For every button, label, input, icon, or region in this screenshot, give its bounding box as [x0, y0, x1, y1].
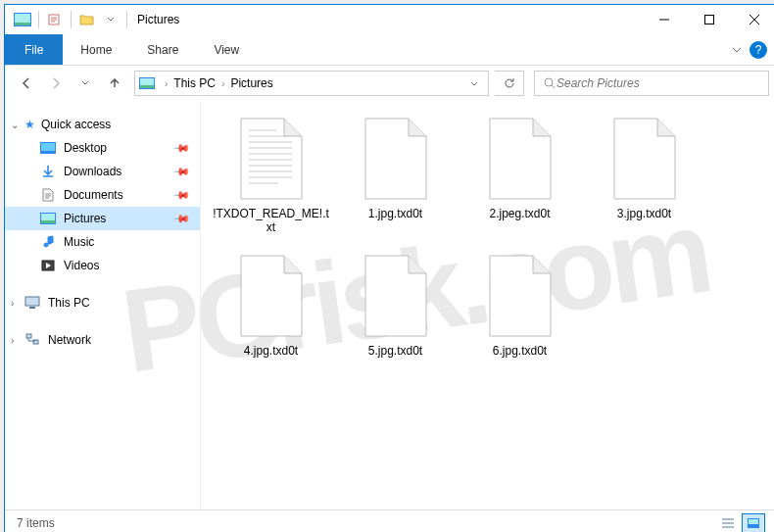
sidebar-item-downloads[interactable]: Downloads📌 [5, 160, 200, 183]
chevron-down-icon[interactable]: ⌄ [11, 120, 19, 130]
address-field[interactable]: › This PC › Pictures [134, 71, 489, 96]
sidebar-item-label: Pictures [64, 212, 106, 225]
file-item[interactable]: 4.jpg.txd0t [209, 246, 333, 383]
help-button[interactable]: ? [750, 41, 767, 59]
tab-home[interactable]: Home [63, 34, 129, 65]
downloads-icon [40, 164, 56, 179]
nav-label: Quick access [41, 118, 111, 131]
music-icon [40, 234, 56, 250]
minimize-button[interactable] [642, 5, 687, 34]
nav-label: Network [48, 333, 91, 347]
pictures-icon [40, 211, 56, 226]
sidebar-item-label: Documents [64, 188, 123, 202]
svg-rect-16 [29, 307, 35, 309]
file-grid[interactable]: !TXDOT_READ_ME!.txt1.jpg.txd0t2.jpeg.txd… [201, 101, 774, 509]
file-thumbnail [610, 117, 679, 201]
chevron-right-icon[interactable]: › [11, 298, 14, 309]
sidebar-item-desktop[interactable]: Desktop📌 [5, 136, 200, 160]
svg-rect-2 [15, 23, 30, 25]
file-thumbnail [362, 117, 430, 201]
nav-this-pc[interactable]: › This PC [5, 291, 200, 314]
qat-properties-icon[interactable] [45, 10, 65, 29]
pin-icon: 📌 [171, 209, 190, 227]
desktop-icon [40, 140, 56, 156]
address-bar: › This PC › Pictures [5, 66, 774, 101]
file-name: 1.jpg.txd0t [364, 207, 426, 220]
sidebar-item-pictures[interactable]: Pictures📌 [5, 207, 200, 230]
qat-dropdown-icon[interactable] [101, 10, 121, 29]
navigation-pane: ⌄ ★ Quick access Desktop📌Downloads📌Docum… [5, 101, 201, 509]
file-item[interactable]: 1.jpg.txd0t [333, 109, 458, 246]
qat-newfolder-icon[interactable] [77, 10, 97, 29]
file-thumbnail [237, 117, 306, 201]
svg-rect-6 [140, 78, 154, 85]
address-dropdown-icon[interactable] [464, 74, 484, 92]
file-item[interactable]: 6.jpg.txd0t [458, 246, 582, 383]
pin-icon: 📌 [171, 185, 190, 204]
item-count: 7 items [17, 516, 55, 530]
star-icon: ★ [24, 118, 35, 131]
pin-icon: 📌 [171, 138, 190, 157]
sidebar-item-videos[interactable]: Videos [5, 254, 200, 277]
pictures-breadcrumb-icon [139, 75, 155, 91]
recent-dropdown[interactable] [72, 70, 99, 97]
breadcrumb-thispc[interactable]: This PC [169, 76, 219, 90]
svg-rect-17 [26, 334, 31, 338]
maximize-button[interactable] [687, 5, 732, 34]
refresh-button[interactable] [495, 71, 524, 96]
svg-rect-15 [25, 297, 39, 306]
file-name: 4.jpg.txd0t [240, 344, 302, 358]
file-thumbnail [237, 254, 306, 338]
titlebar: Pictures [5, 5, 774, 34]
sidebar-item-label: Videos [64, 259, 99, 272]
back-button[interactable] [13, 70, 40, 97]
svg-rect-12 [41, 214, 55, 220]
chevron-right-icon[interactable]: › [11, 335, 14, 346]
breadcrumb-pictures[interactable]: Pictures [226, 76, 276, 90]
ribbon-expand-icon[interactable] [732, 41, 742, 59]
sidebar-item-music[interactable]: Music [5, 230, 200, 254]
file-thumbnail [486, 254, 555, 338]
file-name: 5.jpg.txd0t [364, 344, 426, 358]
svg-rect-4 [705, 16, 714, 24]
chevron-right-icon[interactable]: › [219, 78, 226, 89]
forward-button[interactable] [42, 70, 70, 97]
tab-share[interactable]: Share [129, 34, 196, 65]
file-tab[interactable]: File [5, 34, 63, 65]
app-icon [13, 10, 32, 29]
file-item[interactable]: 2.jpeg.txd0t [458, 109, 582, 246]
sidebar-item-documents[interactable]: Documents📌 [5, 183, 200, 207]
pc-icon [24, 295, 40, 311]
tab-view[interactable]: View [196, 34, 257, 65]
nav-quick-access[interactable]: ⌄ ★ Quick access [5, 113, 200, 136]
chevron-right-icon[interactable]: › [163, 78, 169, 89]
file-name: 2.jpeg.txd0t [485, 207, 554, 220]
close-button[interactable] [732, 5, 774, 34]
window-title: Pictures [129, 13, 179, 26]
sidebar-item-label: Desktop [64, 141, 107, 155]
file-name: 6.jpg.txd0t [489, 344, 551, 358]
search-field[interactable] [534, 71, 769, 96]
nav-network[interactable]: › Network [5, 328, 200, 352]
file-thumbnail [362, 254, 430, 338]
svg-rect-1 [15, 14, 30, 23]
file-item[interactable]: 3.jpg.txd0t [582, 109, 706, 246]
status-bar: 7 items [5, 509, 774, 532]
nav-label: This PC [48, 296, 90, 310]
file-item[interactable]: !TXDOT_READ_ME!.txt [209, 109, 333, 246]
network-icon [24, 332, 40, 348]
explorer-window: PCrisk.com Pictures File Home Share [4, 4, 774, 532]
file-item[interactable]: 5.jpg.txd0t [333, 246, 458, 383]
file-name: 3.jpg.txd0t [613, 207, 675, 220]
search-icon [543, 76, 556, 90]
sidebar-item-label: Downloads [64, 165, 121, 178]
search-input[interactable] [556, 76, 760, 90]
pin-icon: 📌 [171, 162, 190, 180]
file-name: !TXDOT_READ_ME!.txt [209, 207, 333, 234]
details-view-button[interactable] [716, 513, 740, 533]
icons-view-button[interactable] [742, 513, 765, 533]
up-button[interactable] [101, 70, 128, 97]
svg-point-8 [545, 78, 553, 86]
ribbon: File Home Share View ? [5, 34, 774, 65]
svg-rect-13 [41, 220, 55, 223]
